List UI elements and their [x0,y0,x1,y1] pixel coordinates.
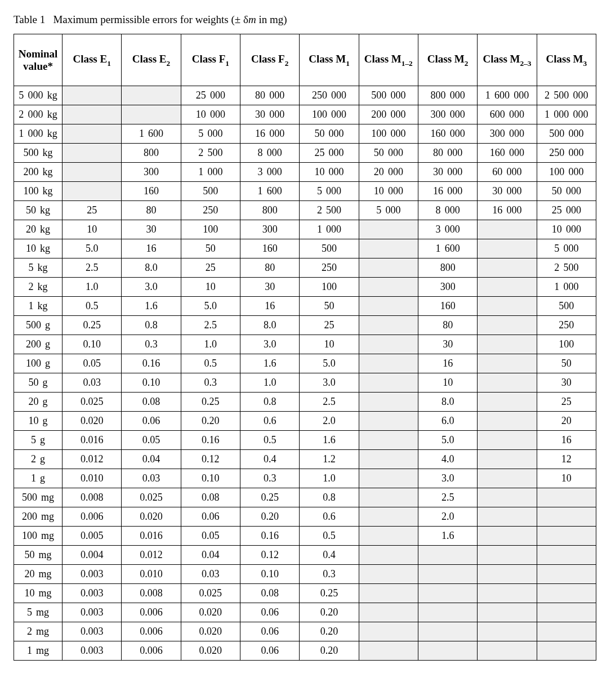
mpe-cell: 12 [537,450,596,469]
mpe-cell: 800 000 [418,86,477,105]
col-header-label: Class F [251,53,285,65]
mpe-cell: 1.0 [181,335,240,354]
nominal-value-cell: 50 mg [14,546,63,565]
table-title-text: Maximum permissible errors for weights (… [53,14,248,25]
col-header-class: Class F2 [240,34,299,86]
mpe-cell: 80 000 [240,86,299,105]
mpe-cell: 25 [181,258,240,278]
mpe-cell [478,565,537,584]
mpe-cell: 0.003 [63,584,122,603]
mpe-cell [359,278,418,297]
nominal-value-cell: 1 mg [14,641,63,661]
mpe-cell: 0.010 [63,469,122,488]
mpe-cell: 1 600 [418,239,477,258]
mpe-cell: 1 600 [240,182,299,201]
nominal-value-cell: 50 kg [14,201,63,220]
nominal-value-cell: 2 000 kg [14,105,63,124]
col-header-class: Class M3 [537,34,596,86]
table-row: 1 000 kg1 6005 00016 00050 000100 000160… [14,124,596,144]
mpe-cell [63,105,122,124]
table-number: Table 1 [14,14,45,25]
col-header-subscript: 3 [583,59,587,68]
table-caption: Table 1 Maximum permissible errors for w… [14,14,597,26]
table-row: 50 kg25802508002 5005 0008 00016 00025 0… [14,201,596,220]
mpe-cell [478,412,537,431]
nominal-value-cell: 50 g [14,373,63,393]
mpe-cell [478,622,537,641]
nominal-value-cell: 20 kg [14,220,63,239]
table-row: 5 mg0.0030.0060.0200.060.20 [14,603,596,622]
mpe-cell: 0.6 [240,412,299,431]
mpe-cell: 1.6 [300,431,359,450]
mpe-cell: 0.25 [181,393,240,412]
mpe-cell: 1 000 [181,163,240,182]
mpe-cell: 0.06 [240,603,299,622]
table-row: 100 g0.050.160.51.65.01650 [14,354,596,373]
mpe-cell [359,412,418,431]
mpe-cell: 60 000 [478,163,537,182]
mpe-cell: 5.0 [418,431,477,450]
mpe-cell: 160 [418,297,477,316]
mpe-cell: 10 [63,220,122,239]
nominal-value-cell: 2 kg [14,278,63,297]
mpe-cell: 10 [181,278,240,297]
mpe-cell [478,641,537,661]
mpe-cell: 250 [300,258,359,278]
mpe-cell [478,450,537,469]
mpe-cell: 0.020 [122,507,181,527]
mpe-cell: 20 000 [359,163,418,182]
col-header-class: Class F1 [181,34,240,86]
mpe-cell [478,431,537,450]
mpe-cell: 500 [537,297,596,316]
mpe-cell: 0.006 [63,507,122,527]
nominal-value-cell: 1 000 kg [14,124,63,144]
mpe-cell: 0.003 [63,603,122,622]
mpe-cell: 30 000 [418,163,477,182]
nominal-value-cell: 100 mg [14,527,63,546]
mpe-cell [478,258,537,278]
mpe-cell [359,316,418,335]
mpe-cell: 500 000 [537,124,596,144]
mpe-cell: 0.20 [300,622,359,641]
mpe-cell: 16 000 [478,201,537,220]
table-row: 5 000 kg25 00080 000250 000500 000800 00… [14,86,596,105]
mpe-cell: 10 000 [300,163,359,182]
mpe-cell: 0.3 [181,373,240,393]
mpe-cell [478,603,537,622]
mpe-cell [359,297,418,316]
mpe-cell [478,297,537,316]
mpe-cell: 0.03 [122,469,181,488]
mpe-cell: 0.06 [240,641,299,661]
col-header-subscript: 1 [225,59,229,68]
nominal-value-cell: 500 mg [14,488,63,507]
mpe-cell: 30 [418,335,477,354]
mpe-cell: 0.08 [240,584,299,603]
mpe-cell [478,239,537,258]
table-row: 2 g0.0120.040.120.41.24.012 [14,450,596,469]
mpe-cell: 3.0 [240,335,299,354]
nominal-value-cell: 2 g [14,450,63,469]
table-row: 10 g0.0200.060.200.62.06.020 [14,412,596,431]
mpe-cell [418,584,477,603]
table-row: 500 g0.250.82.58.02580250 [14,316,596,335]
mpe-cell: 5 000 [537,239,596,258]
mpe-cell: 0.003 [63,622,122,641]
mpe-cell: 0.025 [122,488,181,507]
table-row: 10 mg0.0030.0080.0250.080.25 [14,584,596,603]
mpe-cell: 0.025 [63,393,122,412]
nominal-value-cell: 500 kg [14,144,63,163]
mpe-cell: 5.0 [181,297,240,316]
mpe-cell: 0.012 [63,450,122,469]
table-title-suffix: in mg) [256,14,287,25]
mpe-cell: 300 [240,220,299,239]
mpe-cell: 5 000 [359,201,418,220]
mpe-cell: 8.0 [240,316,299,335]
mpe-cell [359,507,418,527]
mpe-cell [63,86,122,105]
mpe-cell [418,622,477,641]
col-header-label: Class M [427,53,465,65]
mpe-cell: 1.0 [300,469,359,488]
mpe-cell: 80 000 [418,144,477,163]
mpe-cell: 4.0 [418,450,477,469]
nominal-value-cell: 500 g [14,316,63,335]
